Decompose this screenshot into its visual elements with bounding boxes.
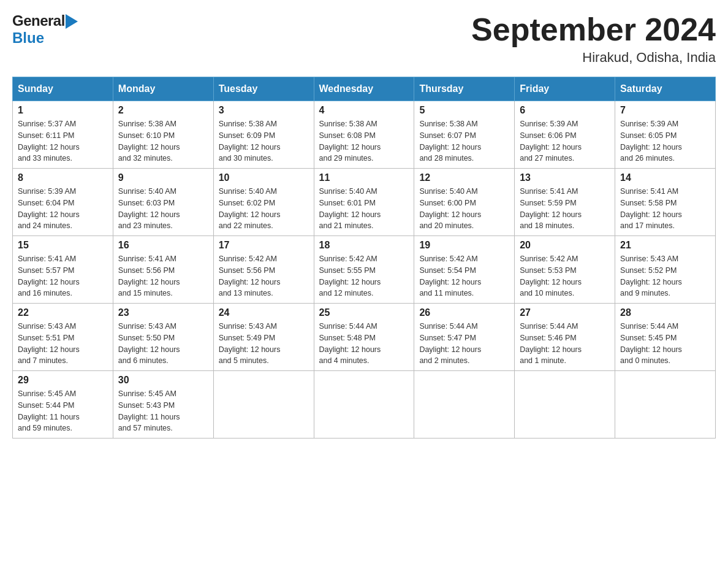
calendar-cell: 20Sunrise: 5:42 AMSunset: 5:53 PMDayligh… xyxy=(515,236,615,304)
daylight-minutes: and 10 minutes. xyxy=(520,289,574,297)
day-number: 10 xyxy=(219,172,309,183)
day-info: Sunrise: 5:43 AMSunset: 5:50 PMDaylight:… xyxy=(118,321,208,367)
calendar-cell: 10Sunrise: 5:40 AMSunset: 6:02 PMDayligh… xyxy=(213,169,314,236)
day-info: Sunrise: 5:44 AMSunset: 5:47 PMDaylight:… xyxy=(419,321,509,367)
calendar-cell: 29Sunrise: 5:45 AMSunset: 5:44 PMDayligh… xyxy=(13,371,113,439)
calendar-cell: 2Sunrise: 5:38 AMSunset: 6:10 PMDaylight… xyxy=(113,101,213,169)
day-number: 23 xyxy=(118,307,208,318)
daylight-text: Daylight: 12 hours xyxy=(319,345,381,354)
sunset-text: Sunset: 6:06 PM xyxy=(520,131,576,140)
calendar-cell: 22Sunrise: 5:43 AMSunset: 5:51 PMDayligh… xyxy=(13,304,113,371)
calendar-cell: 19Sunrise: 5:42 AMSunset: 5:54 PMDayligh… xyxy=(414,236,515,304)
day-number: 8 xyxy=(18,172,108,183)
sunrise-text: Sunrise: 5:44 AM xyxy=(319,322,377,331)
sunrise-text: Sunrise: 5:42 AM xyxy=(520,255,578,263)
day-number: 9 xyxy=(118,172,208,183)
calendar-cell: 28Sunrise: 5:44 AMSunset: 5:45 PMDayligh… xyxy=(615,304,716,371)
sunrise-text: Sunrise: 5:40 AM xyxy=(419,187,477,196)
daylight-text: Daylight: 12 hours xyxy=(620,210,682,219)
day-number: 15 xyxy=(18,240,108,251)
calendar-cell: 12Sunrise: 5:40 AMSunset: 6:00 PMDayligh… xyxy=(414,169,515,236)
daylight-minutes: and 9 minutes. xyxy=(620,289,670,297)
daylight-minutes: and 23 minutes. xyxy=(118,221,173,230)
col-header-monday: Monday xyxy=(113,77,213,101)
day-number: 5 xyxy=(419,105,509,116)
sunrise-text: Sunrise: 5:38 AM xyxy=(219,120,277,128)
calendar-cell: 16Sunrise: 5:41 AMSunset: 5:56 PMDayligh… xyxy=(113,236,213,304)
daylight-text: Daylight: 11 hours xyxy=(18,413,80,421)
sunrise-text: Sunrise: 5:40 AM xyxy=(118,187,176,196)
daylight-minutes: and 26 minutes. xyxy=(620,154,675,163)
daylight-text: Daylight: 12 hours xyxy=(419,345,481,354)
day-number: 29 xyxy=(18,375,108,386)
daylight-minutes: and 15 minutes. xyxy=(118,289,173,297)
day-number: 24 xyxy=(219,307,309,318)
calendar-cell: 7Sunrise: 5:39 AMSunset: 6:05 PMDaylight… xyxy=(615,101,716,169)
sunrise-text: Sunrise: 5:41 AM xyxy=(520,187,578,196)
sunrise-text: Sunrise: 5:43 AM xyxy=(118,322,176,331)
daylight-minutes: and 4 minutes. xyxy=(319,356,370,365)
header: General Blue September 2024 Hirakud, Odi… xyxy=(12,12,716,66)
day-info: Sunrise: 5:40 AMSunset: 6:03 PMDaylight:… xyxy=(118,186,208,232)
day-info: Sunrise: 5:42 AMSunset: 5:54 PMDaylight:… xyxy=(419,253,509,299)
sunset-text: Sunset: 6:10 PM xyxy=(118,131,175,140)
sunset-text: Sunset: 5:56 PM xyxy=(118,266,175,275)
daylight-minutes: and 24 minutes. xyxy=(18,221,72,230)
daylight-text: Daylight: 12 hours xyxy=(319,278,381,286)
sunset-text: Sunset: 5:49 PM xyxy=(219,334,275,342)
day-number: 2 xyxy=(118,105,208,116)
sunrise-text: Sunrise: 5:44 AM xyxy=(520,322,578,331)
daylight-text: Daylight: 11 hours xyxy=(118,413,180,421)
sunset-text: Sunset: 5:51 PM xyxy=(18,334,74,342)
daylight-text: Daylight: 12 hours xyxy=(219,210,281,219)
sunset-text: Sunset: 6:00 PM xyxy=(419,199,476,207)
daylight-text: Daylight: 12 hours xyxy=(219,143,281,151)
calendar-cell: 6Sunrise: 5:39 AMSunset: 6:06 PMDaylight… xyxy=(515,101,615,169)
daylight-text: Daylight: 12 hours xyxy=(620,345,682,354)
day-number: 3 xyxy=(219,105,309,116)
daylight-text: Daylight: 12 hours xyxy=(18,210,80,219)
day-number: 25 xyxy=(319,307,409,318)
calendar-title: September 2024 xyxy=(471,12,716,47)
sunrise-text: Sunrise: 5:42 AM xyxy=(319,255,377,263)
calendar-cell: 13Sunrise: 5:41 AMSunset: 5:59 PMDayligh… xyxy=(515,169,615,236)
sunrise-text: Sunrise: 5:42 AM xyxy=(219,255,277,263)
sunset-text: Sunset: 6:08 PM xyxy=(319,131,376,140)
daylight-minutes: and 2 minutes. xyxy=(419,356,469,365)
daylight-text: Daylight: 12 hours xyxy=(118,345,180,354)
day-info: Sunrise: 5:42 AMSunset: 5:55 PMDaylight:… xyxy=(319,253,409,299)
daylight-minutes: and 1 minute. xyxy=(520,356,566,365)
daylight-minutes: and 57 minutes. xyxy=(118,424,173,432)
col-header-wednesday: Wednesday xyxy=(314,77,414,101)
calendar-cell: 15Sunrise: 5:41 AMSunset: 5:57 PMDayligh… xyxy=(13,236,113,304)
sunset-text: Sunset: 6:07 PM xyxy=(419,131,476,140)
sunrise-text: Sunrise: 5:43 AM xyxy=(18,322,76,331)
day-number: 11 xyxy=(319,172,409,183)
daylight-text: Daylight: 12 hours xyxy=(118,143,180,151)
calendar-cell: 3Sunrise: 5:38 AMSunset: 6:09 PMDaylight… xyxy=(213,101,314,169)
day-info: Sunrise: 5:38 AMSunset: 6:08 PMDaylight:… xyxy=(319,118,409,164)
day-info: Sunrise: 5:42 AMSunset: 5:53 PMDaylight:… xyxy=(520,253,610,299)
col-header-thursday: Thursday xyxy=(414,77,515,101)
daylight-text: Daylight: 12 hours xyxy=(319,143,381,151)
sunset-text: Sunset: 6:03 PM xyxy=(118,199,175,207)
sunset-text: Sunset: 6:01 PM xyxy=(319,199,376,207)
sunset-text: Sunset: 5:45 PM xyxy=(620,334,677,342)
calendar-cell: 23Sunrise: 5:43 AMSunset: 5:50 PMDayligh… xyxy=(113,304,213,371)
day-info: Sunrise: 5:44 AMSunset: 5:46 PMDaylight:… xyxy=(520,321,610,367)
calendar-cell: 11Sunrise: 5:40 AMSunset: 6:01 PMDayligh… xyxy=(314,169,414,236)
day-info: Sunrise: 5:44 AMSunset: 5:45 PMDaylight:… xyxy=(620,321,710,367)
day-number: 18 xyxy=(319,240,409,251)
daylight-text: Daylight: 12 hours xyxy=(18,278,80,286)
col-header-saturday: Saturday xyxy=(615,77,716,101)
sunset-text: Sunset: 5:54 PM xyxy=(419,266,476,275)
sunrise-text: Sunrise: 5:38 AM xyxy=(319,120,377,128)
sunrise-text: Sunrise: 5:38 AM xyxy=(419,120,477,128)
sunset-text: Sunset: 5:48 PM xyxy=(319,334,376,342)
daylight-text: Daylight: 12 hours xyxy=(520,143,582,151)
day-number: 7 xyxy=(620,105,710,116)
calendar-cell: 25Sunrise: 5:44 AMSunset: 5:48 PMDayligh… xyxy=(314,304,414,371)
calendar-table: SundayMondayTuesdayWednesdayThursdayFrid… xyxy=(12,77,716,439)
day-number: 4 xyxy=(319,105,409,116)
calendar-cell xyxy=(414,371,515,439)
